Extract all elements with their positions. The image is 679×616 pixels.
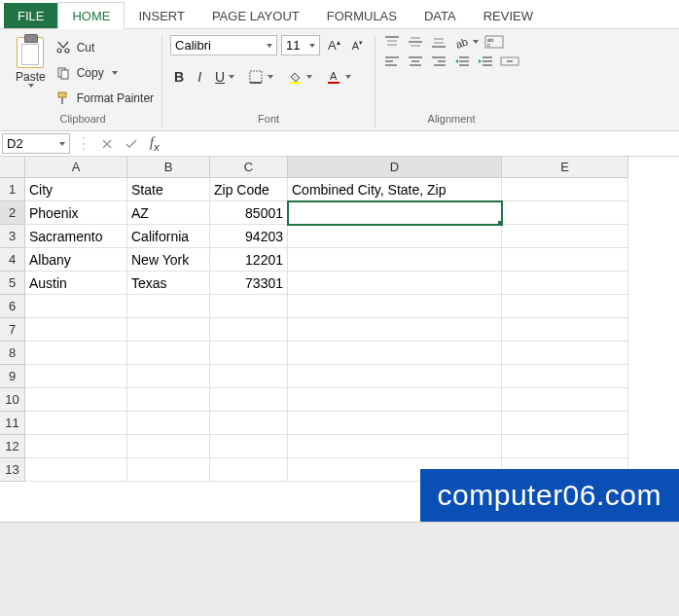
copy-button[interactable]: Copy [55,63,154,83]
increase-font-size-button[interactable]: A▴ [324,36,344,54]
cell-B4[interactable]: New York [127,248,210,272]
increase-indent-button[interactable] [477,54,494,68]
cell-A13[interactable] [25,458,127,482]
cell-B13[interactable] [127,458,210,482]
align-middle-button[interactable] [407,35,424,49]
cell-B5[interactable]: Texas [127,272,210,295]
cell-A11[interactable] [25,412,127,435]
cell-B6[interactable] [127,295,210,318]
cell-B1[interactable]: State [127,178,210,201]
row-header-7[interactable]: 7 [0,318,25,342]
row-header-3[interactable]: 3 [0,225,25,248]
cell-B2[interactable]: AZ [127,201,210,225]
cell-C12[interactable] [210,435,288,458]
cell-C1[interactable]: Zip Code [210,178,288,201]
cell-D12[interactable] [288,435,502,458]
row-header-1[interactable]: 1 [0,178,25,201]
format-painter-button[interactable]: Format Painter [55,89,154,108]
cell-C13[interactable] [210,458,288,482]
cell-E8[interactable] [502,342,628,365]
cell-B7[interactable] [127,318,210,342]
bold-button[interactable]: B [170,67,188,87]
column-header-B[interactable]: B [127,157,210,178]
cell-A3[interactable]: Sacramento [25,225,127,248]
enter-formula-button[interactable] [123,136,140,152]
cell-B11[interactable] [127,412,210,435]
cell-C7[interactable] [210,318,288,342]
cell-E2[interactable] [502,201,628,225]
cell-A8[interactable] [25,342,127,365]
row-header-10[interactable]: 10 [0,388,25,412]
decrease-font-size-button[interactable]: A▾ [348,37,367,54]
align-center-button[interactable] [407,54,424,68]
cell-B12[interactable] [127,435,210,458]
cell-C10[interactable] [210,388,288,412]
cell-E11[interactable] [502,412,628,435]
cell-E1[interactable] [502,178,628,201]
cell-A7[interactable] [25,318,127,342]
font-color-button[interactable]: A [322,67,355,87]
cell-C9[interactable] [210,365,288,388]
cell-E3[interactable] [502,225,628,248]
name-box[interactable]: D2 [2,133,70,154]
cell-D7[interactable] [288,318,502,342]
cell-A5[interactable]: Austin [25,272,127,295]
formula-input[interactable] [165,131,679,156]
row-header-9[interactable]: 9 [0,365,25,388]
cell-E6[interactable] [502,295,628,318]
align-bottom-button[interactable] [430,35,447,49]
insert-function-button[interactable]: fx [148,133,161,155]
cell-A12[interactable] [25,435,127,458]
cell-E4[interactable] [502,248,628,272]
tab-file[interactable]: FILE [4,3,57,28]
tab-page-layout[interactable]: PAGE LAYOUT [198,3,313,28]
row-header-4[interactable]: 4 [0,248,25,272]
align-right-button[interactable] [430,54,447,68]
tab-data[interactable]: DATA [411,3,470,28]
cell-B9[interactable] [127,365,210,388]
cell-A2[interactable]: Phoenix [25,201,127,225]
row-header-5[interactable]: 5 [0,272,25,295]
cell-E10[interactable] [502,388,628,412]
cell-D3[interactable] [288,225,502,248]
row-header-6[interactable]: 6 [0,295,25,318]
row-header-13[interactable]: 13 [0,458,25,482]
cell-A9[interactable] [25,365,127,388]
cancel-formula-button[interactable] [99,136,115,152]
paste-button[interactable]: Paste [12,35,50,111]
column-header-D[interactable]: D [288,157,502,178]
cell-A6[interactable] [25,295,127,318]
cell-C6[interactable] [210,295,288,318]
cell-D5[interactable] [288,272,502,295]
cell-E9[interactable] [502,365,628,388]
row-header-2[interactable]: 2 [0,201,25,225]
cut-button[interactable]: Cut [55,38,154,57]
row-header-12[interactable]: 12 [0,435,25,458]
orientation-button[interactable]: ab [453,35,479,49]
cell-D1[interactable]: Combined City, State, Zip [288,178,502,201]
italic-button[interactable]: I [194,67,205,87]
cell-C2[interactable]: 85001 [210,201,288,225]
cell-E12[interactable] [502,435,628,458]
cell-D9[interactable] [288,365,502,388]
cell-C11[interactable] [210,412,288,435]
select-all-corner[interactable] [0,157,25,178]
cell-A4[interactable]: Albany [25,248,127,272]
font-name-select[interactable]: Calibri [170,35,277,55]
wrap-text-button[interactable]: abc [484,35,504,49]
column-header-E[interactable]: E [502,157,628,178]
cell-D8[interactable] [288,342,502,365]
merge-center-button[interactable] [500,54,519,68]
borders-button[interactable] [244,67,277,87]
column-header-C[interactable]: C [210,157,288,178]
cell-E7[interactable] [502,318,628,342]
fill-color-button[interactable] [283,67,316,87]
row-header-8[interactable]: 8 [0,342,25,365]
cell-C3[interactable]: 94203 [210,225,288,248]
cell-D11[interactable] [288,412,502,435]
decrease-indent-button[interactable] [453,54,471,68]
cell-B3[interactable]: California [127,225,210,248]
column-header-A[interactable]: A [25,157,127,178]
font-size-select[interactable]: 11 [281,35,320,55]
cell-A10[interactable] [25,388,127,412]
